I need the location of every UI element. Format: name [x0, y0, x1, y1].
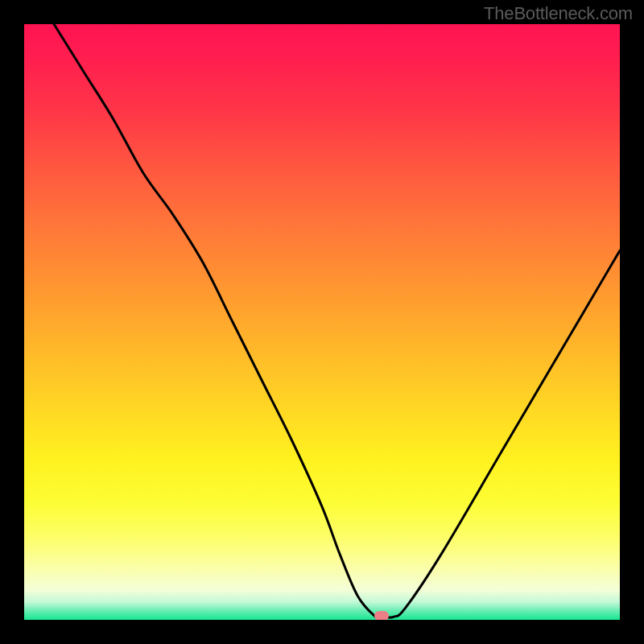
bottleneck-curve-path [54, 24, 620, 618]
watermark-text: TheBottleneck.com [484, 3, 633, 24]
plot-area [24, 24, 620, 620]
chart-frame: TheBottleneck.com [0, 0, 644, 644]
optimum-marker [374, 611, 389, 620]
bottleneck-curve-svg [24, 24, 620, 620]
